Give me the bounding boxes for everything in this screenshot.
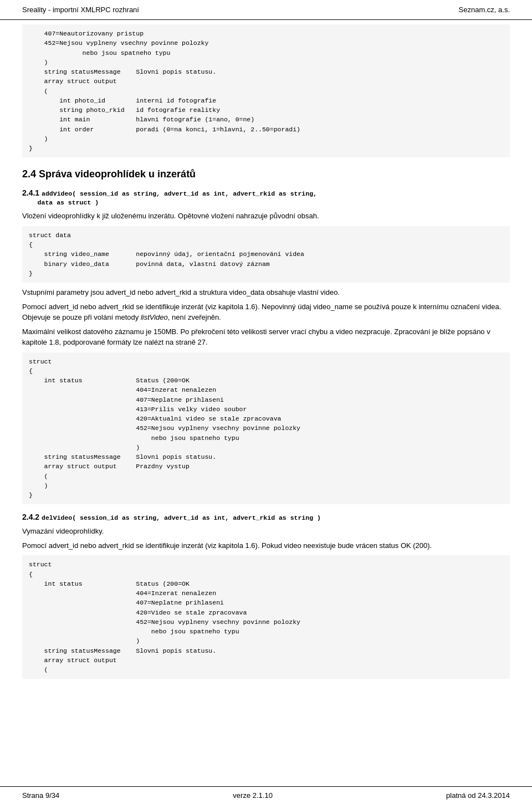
section-2-4-1: 2.4.1 addVideo( session_id as string, ad… <box>22 188 510 504</box>
struct-data-block: struct data { string video_name nepovinn… <box>22 226 510 283</box>
para-pomoci-2: Pomocí advert_id nebo advert_rkid se ide… <box>22 540 510 551</box>
top-code-block: 407=Neautorizovany pristup 452=Nejsou vy… <box>22 24 510 157</box>
para-pomoci-1: Pomocí advert_id nebo advert_rkid se ide… <box>22 301 510 323</box>
subsection-2-4-2-heading: 2.4.2 delVideo( session_id as string, ad… <box>22 513 510 521</box>
method-signature-2-4-1: addVideo( session_id as string, advert_i… <box>22 190 317 206</box>
footer-date: platná od 24.3.2014 <box>446 791 510 800</box>
page-header: Sreality - importní XMLRPC rozhraní Sezn… <box>0 0 532 20</box>
header-title: Sreality - importní XMLRPC rozhraní <box>22 6 139 14</box>
main-content: 407=Neautorizovany pristup 452=Nejsou vy… <box>0 24 532 679</box>
footer-version: verze 2.1.10 <box>233 791 273 800</box>
page-footer: Strana 9/34 verze 2.1.10 platná od 24.3.… <box>0 786 532 804</box>
section-2-4-2-desc: Vymazání videoprohlídky. <box>22 526 510 537</box>
section-2-4-2: 2.4.2 delVideo( session_id as string, ad… <box>22 513 510 679</box>
para-vstupnimi: Vstupními parametry jsou advert_id nebo … <box>22 287 510 298</box>
para-maximalni: Maximální velikost datového záznamu je 1… <box>22 326 510 348</box>
return-struct-2-4-2: struct { int status Status (200=OK 404=I… <box>22 555 510 679</box>
header-logo: Seznam.cz, a.s. <box>459 6 510 14</box>
return-struct-2-4-1: struct { int status Status (200=OK 404=I… <box>22 352 510 505</box>
section-2-4-1-desc: Vložení videoprohlídky k již uloženému i… <box>22 211 510 222</box>
method-signature-2-4-2: delVideo( session_id as string, advert_i… <box>42 514 321 521</box>
section-2-4-heading: 2.4 Správa videoprohlídek u inzerátů <box>22 168 510 180</box>
subsection-2-4-1-heading: 2.4.1 addVideo( session_id as string, ad… <box>22 188 510 206</box>
footer-page: Strana 9/34 <box>22 791 59 800</box>
